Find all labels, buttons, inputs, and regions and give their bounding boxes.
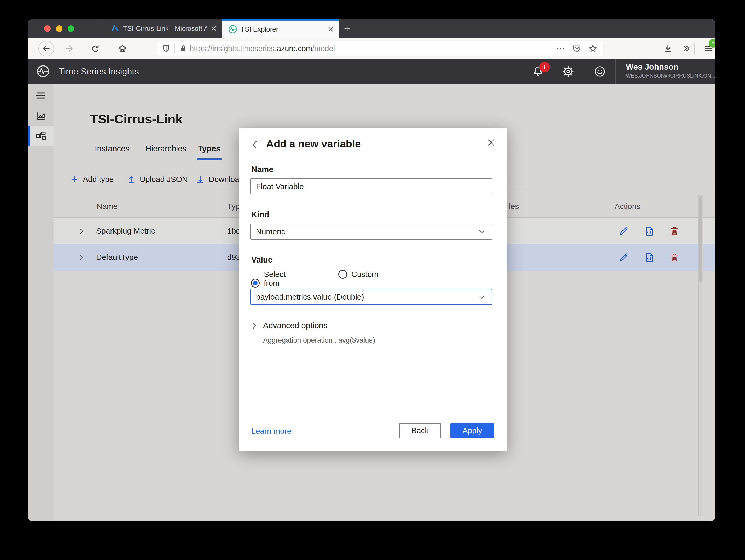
delete-trash-icon[interactable] [669,252,680,263]
column-header-variables-truncated[interactable]: les [509,202,519,211]
tab-hierarchies[interactable]: Hierarchies [145,144,187,160]
modal-close-icon[interactable] [486,137,496,148]
add-type-button[interactable]: Add type [70,168,114,190]
url-domain: azure.com [277,44,312,53]
column-header-name[interactable]: Name [97,202,118,211]
page-actions-dots-icon[interactable] [556,44,565,53]
view-json-icon[interactable] [643,252,655,263]
forward-button[interactable] [61,41,77,56]
back-button[interactable]: Back [399,423,441,438]
table-scrollbar[interactable] [698,195,704,516]
tab-title: TSI-Cirrus-Link - Microsoft Azu [123,25,206,33]
tab-types[interactable]: Types [197,144,222,160]
settings-gear-icon[interactable] [562,65,575,78]
url-path: /model [312,44,335,53]
download-icon [196,175,205,184]
chevron-down-icon [477,227,486,237]
preset-selected-value: payload.metrics.value (Double) [256,292,364,302]
radio-unselected-icon [338,270,347,279]
home-button[interactable] [115,41,130,56]
model-hierarchy-icon [35,130,47,142]
feedback-smiley-icon[interactable] [593,65,606,78]
tab-title: TSI Explorer [240,25,324,33]
minimize-window-button[interactable] [56,25,62,32]
back-button[interactable] [38,41,54,56]
user-account[interactable]: Wes Johnson WES.JOHNSON@CIRRUSLINK.ON... [626,62,712,79]
preset-value-dropdown[interactable]: payload.metrics.value (Double) [250,289,492,305]
add-variable-modal: Add a new variable Name Kind Numeric Val… [239,128,507,451]
radio-selected-icon [251,279,260,287]
kind-selected-value: Numeric [256,227,285,236]
user-email: WES.JOHNSON@CIRRUSLINK.ON... [626,73,712,79]
delete-trash-icon[interactable] [669,225,680,237]
app-sidebar [28,83,54,521]
browser-navigation-bar: https://insights.timeseries.azure.com/mo… [28,38,715,59]
type-name-cell: Sparkplug Metric [96,226,155,235]
apply-button[interactable]: Apply [450,423,494,438]
desktop-background: TSI-Cirrus-Link - Microsoft Azu TSI Expl… [0,0,745,560]
tsi-favicon [228,24,238,34]
kind-field-label: Kind [251,210,269,219]
tracking-shield-icon[interactable] [161,44,171,53]
sidebar-menu-toggle[interactable] [28,87,54,104]
name-field-label: Name [251,165,273,174]
aggregation-operation-text: Aggregation operation : avg($value) [263,336,375,345]
advanced-options-toggle[interactable]: Advanced options [250,321,327,330]
url-bar[interactable]: https://insights.timeseries.azure.com/mo… [157,41,604,56]
type-name-cell: DefaultType [96,253,138,262]
browser-tab-tsi-explorer[interactable]: TSI Explorer [222,19,339,38]
zoom-window-button[interactable] [68,25,74,32]
reload-button[interactable] [88,41,103,56]
tsi-app-header: Time Series Insights + Wes Johnson WES.J… [28,59,715,83]
kind-dropdown[interactable]: Numeric [250,224,492,240]
toolbar-divider [694,42,694,55]
pocket-icon[interactable] [572,44,581,53]
sidebar-item-analyze[interactable] [28,106,54,126]
expand-chevron-icon[interactable] [76,253,86,262]
view-json-icon[interactable] [643,225,655,237]
column-header-actions: Actions [615,202,640,211]
downloads-icon[interactable] [660,41,676,56]
user-name: Wes Johnson [626,62,712,72]
value-section-label: Value [251,255,272,265]
tsi-logo-icon[interactable] [36,64,51,78]
upload-json-button[interactable]: Upload JSON [127,168,188,190]
chevron-down-icon [477,292,486,302]
browser-tab-bar: TSI-Cirrus-Link - Microsoft Azu TSI Expl… [28,19,715,38]
chart-icon [35,110,47,122]
url-text: https://insights.timeseries.azure.com/mo… [190,44,556,53]
close-tab-icon[interactable] [209,24,218,33]
expand-chevron-icon[interactable] [76,226,86,236]
chevron-right-icon [250,321,259,330]
bookmark-star-icon[interactable] [588,44,598,53]
browser-tab-azure[interactable]: TSI-Cirrus-Link - Microsoft Azu [104,19,222,38]
header-divider [615,59,616,83]
modal-title: Add a new variable [266,138,361,150]
modal-back-chevron-icon[interactable] [250,139,261,150]
padlock-icon[interactable] [179,44,188,53]
close-tab-icon[interactable] [326,25,335,34]
page-title: TSI-Cirrus-Link [90,112,183,126]
notification-count-badge[interactable]: + [540,62,550,72]
url-bar-divider [174,44,175,53]
new-tab-button[interactable] [339,19,356,38]
azure-icon [110,23,121,34]
edit-pencil-icon[interactable] [618,252,629,263]
toolbar-overflow-icon[interactable] [678,41,694,56]
window-controls [28,19,104,38]
app-title: Time Series Insights [59,59,139,83]
upload-icon [127,175,136,184]
radio-custom[interactable]: Custom [338,270,378,279]
scrollbar-thumb[interactable] [699,196,703,282]
variable-name-input[interactable] [250,178,492,195]
sidebar-item-model[interactable] [28,126,54,146]
tab-instances[interactable]: Instances [95,144,130,160]
close-window-button[interactable] [44,25,51,32]
url-prefix: https://insights.timeseries. [190,44,277,53]
plus-icon [70,175,79,184]
learn-more-link[interactable]: Learn more [251,427,291,435]
edit-pencil-icon[interactable] [618,225,629,237]
